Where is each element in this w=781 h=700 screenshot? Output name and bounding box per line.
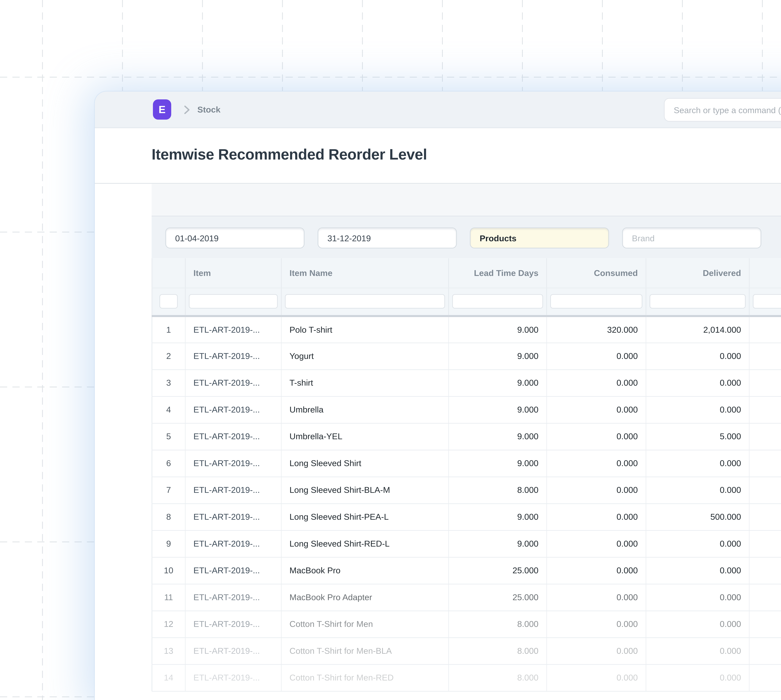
row-index: 10	[164, 565, 173, 575]
item-code: ETL-ART-2019-...	[193, 538, 260, 548]
row-index: 8	[166, 512, 171, 522]
search-input[interactable]	[664, 98, 781, 122]
report-content: S It	[95, 184, 781, 700]
row-index: 2	[166, 351, 171, 361]
app-logo[interactable]: E	[153, 99, 171, 120]
delivered-value: 0.000	[720, 458, 741, 468]
delivered-value: 0.000	[720, 485, 741, 495]
item-code: ETL-ART-2019-...	[193, 405, 260, 415]
table-row[interactable]: 1 ETL-ART-2019-... Polo T-shirt 9.000 32…	[152, 316, 781, 343]
row-index: 6	[166, 458, 171, 468]
item-column-filter-input[interactable]	[189, 294, 278, 308]
breadcrumb-chevron-icon	[184, 105, 190, 117]
delivered-value: 0.000	[720, 538, 741, 548]
table-row[interactable]: 3 ETL-ART-2019-... T-shirt 9.000 0.000 0…	[152, 369, 781, 396]
delivered-value: 0.000	[720, 646, 741, 656]
item-name: Long Sleeved Shirt	[290, 458, 361, 468]
item-name: Cotton T-Shirt for Men-BLA	[290, 646, 392, 656]
delivered-value: 0.000	[720, 351, 741, 361]
item-name-column-filter-input[interactable]	[285, 294, 445, 308]
report-table: Item Item Name Lead Time Days Consumed D…	[152, 258, 781, 692]
navbar: E Stock A Settings	[95, 92, 781, 128]
item-code: ETL-ART-2019-...	[193, 619, 260, 629]
lead-time-column-filter-input[interactable]	[452, 294, 543, 308]
table-row[interactable]: 5 ETL-ART-2019-... Umbrella-YEL 9.000 0.…	[152, 423, 781, 450]
table-row[interactable]: 2 ETL-ART-2019-... Yogurt 9.000 0.000 0.…	[152, 342, 781, 369]
lead-time-days-value: 9.000	[517, 351, 538, 361]
row-index: 4	[166, 405, 171, 415]
table-row[interactable]: 6 ETL-ART-2019-... Long Sleeved Shirt 9.…	[152, 450, 781, 477]
lead-time-days-value: 9.000	[517, 432, 538, 441]
delivered-value: 500.000	[710, 512, 741, 522]
report-toolbar: S	[152, 184, 781, 217]
table-row[interactable]: 14 ETL-ART-2019-... Cotton T-Shirt for M…	[152, 664, 781, 691]
screen: E Stock A Settings Itemwise Recommended …	[0, 0, 781, 700]
item-name: Cotton T-Shirt for Men-RED	[290, 673, 394, 682]
table-row[interactable]: 10 ETL-ART-2019-... MacBook Pro 25.000 0…	[152, 557, 781, 584]
lead-time-days-value: 25.000	[513, 592, 538, 602]
item-name: Polo T-shirt	[290, 325, 332, 334]
report-panel: S It	[152, 184, 781, 700]
col-header-total-outgoing[interactable]: Total Outgoing	[749, 258, 781, 288]
col-header-index	[152, 258, 185, 288]
total-outgoing-column-filter-input[interactable]	[753, 294, 781, 308]
item-code: ETL-ART-2019-...	[193, 458, 260, 468]
row-index: 9	[166, 538, 171, 548]
to-date-filter[interactable]	[318, 228, 457, 248]
table-header-row: Item Item Name Lead Time Days Consumed D…	[152, 258, 781, 288]
row-index: 1	[166, 325, 171, 334]
row-index: 12	[164, 619, 173, 629]
item-name: MacBook Pro	[290, 565, 341, 575]
brand-filter[interactable]	[622, 228, 761, 248]
consumed-value: 0.000	[616, 378, 638, 388]
item-code: ETL-ART-2019-...	[193, 592, 260, 602]
lead-time-days-value: 9.000	[517, 378, 538, 388]
lead-time-days-value: 9.000	[517, 538, 538, 548]
col-header-consumed[interactable]: Consumed	[547, 258, 646, 288]
consumed-value: 0.000	[616, 592, 638, 602]
item-code: ETL-ART-2019-...	[193, 646, 260, 656]
consumed-value: 0.000	[616, 619, 638, 629]
table-row[interactable]: 9 ETL-ART-2019-... Long Sleeved Shirt-RE…	[152, 530, 781, 557]
col-header-item-name[interactable]: Item Name	[281, 258, 449, 288]
delivered-column-filter-input[interactable]	[649, 294, 746, 308]
breadcrumb-stock[interactable]: Stock	[197, 105, 220, 114]
consumed-value: 0.000	[616, 432, 638, 441]
row-index: 5	[166, 432, 171, 441]
row-index: 3	[166, 378, 171, 388]
item-code: ETL-ART-2019-...	[193, 351, 260, 361]
table-row[interactable]: 13 ETL-ART-2019-... Cotton T-Shirt for M…	[152, 637, 781, 664]
item-code: ETL-ART-2019-...	[193, 512, 260, 522]
col-header-lead-time-days[interactable]: Lead Time Days	[449, 258, 547, 288]
col-header-delivered[interactable]: Delivered	[646, 258, 749, 288]
lead-time-days-value: 25.000	[513, 565, 538, 575]
consumed-column-filter-input[interactable]	[550, 294, 643, 308]
delivered-value: 0.000	[720, 378, 741, 388]
row-index: 14	[164, 673, 173, 682]
consumed-value: 0.000	[616, 485, 638, 495]
page-head: Itemwise Recommended Reorder Level Menu	[95, 128, 781, 184]
consumed-value: 0.000	[616, 646, 638, 656]
page-title: Itemwise Recommended Reorder Level	[152, 146, 427, 163]
item-name: MacBook Pro Adapter	[290, 592, 372, 602]
consumed-value: 0.000	[616, 351, 638, 361]
table-row[interactable]: 12 ETL-ART-2019-... Cotton T-Shirt for M…	[152, 611, 781, 638]
lead-time-days-value: 8.000	[517, 619, 538, 629]
item-group-filter[interactable]	[470, 228, 609, 248]
item-name: Yogurt	[290, 351, 314, 361]
item-name: Long Sleeved Shirt-PEA-L	[290, 512, 389, 522]
item-code: ETL-ART-2019-...	[193, 325, 260, 334]
consumed-value: 0.000	[616, 458, 638, 468]
table-row[interactable]: 11 ETL-ART-2019-... MacBook Pro Adapter …	[152, 584, 781, 611]
row-select-box[interactable]	[160, 294, 178, 308]
item-code: ETL-ART-2019-...	[193, 673, 260, 682]
table-row[interactable]: 4 ETL-ART-2019-... Umbrella 9.000 0.000 …	[152, 396, 781, 423]
table-row[interactable]: 8 ETL-ART-2019-... Long Sleeved Shirt-PE…	[152, 503, 781, 530]
column-filter-row	[152, 288, 781, 316]
app-window: E Stock A Settings Itemwise Recommended …	[95, 92, 781, 700]
table-row[interactable]: 7 ETL-ART-2019-... Long Sleeved Shirt-BL…	[152, 477, 781, 503]
item-name: Umbrella-YEL	[290, 432, 342, 441]
from-date-filter[interactable]	[165, 228, 305, 248]
col-header-item[interactable]: Item	[185, 258, 281, 288]
consumed-value: 0.000	[616, 512, 638, 522]
